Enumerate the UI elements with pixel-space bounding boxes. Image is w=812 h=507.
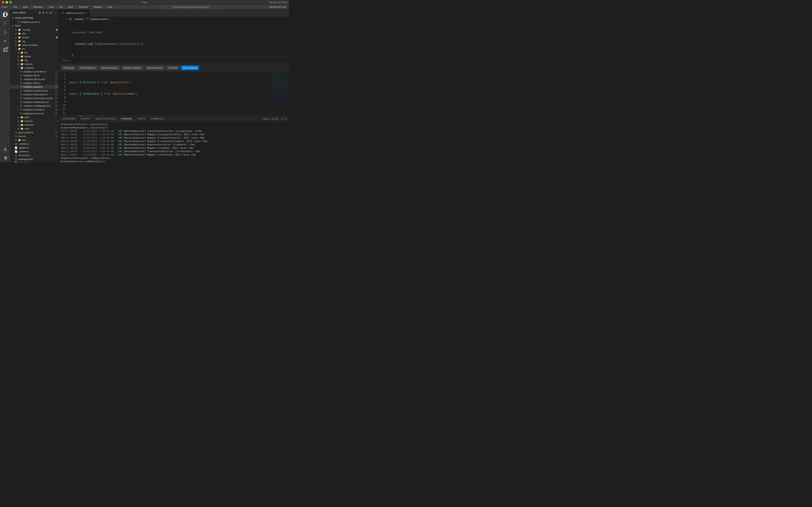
tree-item-global[interactable]: ▶ 📁 global xyxy=(10,55,59,58)
tree-singleton-middleware[interactable]: TS singleton.middleware.ts U xyxy=(10,100,59,104)
tree-item-log-src[interactable]: ▶ 📁 log xyxy=(10,58,59,62)
menu-selection[interactable]: Selection xyxy=(32,5,44,9)
tree-item-test[interactable]: ▶ 📁 test xyxy=(10,138,59,142)
activity-explorer[interactable] xyxy=(1,10,9,18)
tree-singleton-guard[interactable]: TS singleton.guard.ts U xyxy=(10,85,59,89)
tree-dc-ssl[interactable]: {} dc-ssl.json xyxy=(10,153,59,157)
tab-problems[interactable]: PROBLEMS xyxy=(60,117,78,121)
breadcrumb-src[interactable]: src xyxy=(69,18,72,20)
sidebar-new-folder[interactable]: ⊕ xyxy=(42,11,45,14)
terminal-trash-btn[interactable]: 🗑 xyxy=(275,117,278,120)
close-btn[interactable] xyxy=(2,1,4,4)
tree-singleton-middleware-json[interactable]: {} singleton.middleware.ts.j... U xyxy=(10,104,59,108)
tab-close-btn[interactable]: ✕ xyxy=(85,11,87,14)
code-lines[interactable]: import { Reflector } from '@nestjs/core'… xyxy=(67,72,272,116)
tree-singleton-interceptor[interactable]: TS singleton.interceptor.ts U xyxy=(10,93,59,96)
tab-singleton-guard[interactable]: TS singleton.guard.ts ✕ xyxy=(59,9,90,16)
tree-app-module[interactable]: TS app.module.ts U xyxy=(10,130,59,134)
menu-help[interactable]: Help xyxy=(107,5,114,9)
sidebar-collapse[interactable]: ⊟ xyxy=(49,11,52,14)
open-editor-singleton-guard[interactable]: TS singleton.guard.ts xyxy=(10,20,59,24)
tree-item-transient[interactable]: ▶ 📁 transient xyxy=(10,123,59,127)
breadcrumb-singleton[interactable]: singleton xyxy=(74,18,84,20)
sidebar-new-file[interactable]: ⊕ xyxy=(39,11,41,14)
test-section[interactable]: ▼ TEST xyxy=(10,24,59,28)
upper-code-lines[interactable]: assistant (1461.004/ console.log(`Single… xyxy=(67,21,289,57)
tree-item-log[interactable]: ▶ 📁 log xyxy=(10,39,59,43)
tab-debug-console[interactable]: DEBUG CONSOLE xyxy=(93,117,117,121)
terminal-line: SingletonInterceptor::onModuleInit() xyxy=(60,157,287,160)
tree-package-json[interactable]: {} package.json xyxy=(10,157,59,161)
file-icon: 📄 xyxy=(14,161,18,162)
tree-singleton-interceptor-json[interactable]: {} singleton.interceptor.ts.json U xyxy=(10,96,59,100)
tab-terminal[interactable]: TERMINAL xyxy=(118,117,135,121)
tree-singleton-module[interactable]: TS singleton.module.ts U xyxy=(10,108,59,112)
menu-edit[interactable]: Edit xyxy=(22,5,29,9)
terminal-max-btn[interactable]: ∧ xyxy=(282,117,284,120)
tree-item-drawio[interactable]: ▶ 📁 drawio xyxy=(10,36,59,39)
tree-singleton-guard-json[interactable]: {} singleton.guard.ts.json U xyxy=(10,89,59,93)
tree-item-src[interactable]: ▼ 📁 src xyxy=(10,47,59,51)
tree-singleton-dto[interactable]: TS singleton.dto.ts U xyxy=(10,73,59,77)
tree-item-singleton[interactable]: ▼ 📁 singleton xyxy=(10,66,59,70)
activity-extensions[interactable]: 60 xyxy=(1,46,9,54)
activity-run[interactable] xyxy=(1,37,9,45)
menu-window[interactable]: Window xyxy=(92,5,103,9)
tree-singleton-dto-json[interactable]: {} singleton.dto.ts.json U xyxy=(10,77,59,81)
tree-eslintrc[interactable]: JS .eslintrc.js xyxy=(10,142,59,146)
find-bugs-button[interactable]: Find bugs xyxy=(61,65,76,70)
tree-prettierrc[interactable]: 📄 .prettierrc xyxy=(10,150,59,153)
direct-asking-button[interactable]: Direct asking xyxy=(181,65,199,70)
another-enhance-button[interactable]: Another enhance xyxy=(121,65,144,70)
menu-file[interactable]: File xyxy=(12,5,18,9)
ts-icon: TS xyxy=(19,81,23,85)
speed-enhance-button[interactable]: Speed enhance xyxy=(99,65,120,70)
activity-accounts[interactable] xyxy=(1,145,9,153)
terminal-split-btn[interactable]: ⊟ xyxy=(272,117,274,120)
menu-view[interactable]: View xyxy=(47,5,55,9)
search-bar[interactable]: [Extension Development Host] test xyxy=(161,5,220,9)
terminal-close-btn[interactable]: ✕ xyxy=(285,117,287,120)
tree-singleton-controller[interactable]: TS singleton.controller.ts U xyxy=(10,70,59,73)
nav-back[interactable]: ‹ xyxy=(62,17,64,21)
tree-item-vscode[interactable]: ▶ 📁 .vscode xyxy=(10,28,59,32)
tab-comments[interactable]: COMMENTS xyxy=(148,117,166,121)
find-weakness-button[interactable]: Find weakness xyxy=(78,65,98,70)
tree-gitignore[interactable]: 📄 .gitignore xyxy=(10,146,59,150)
tree-main-ts[interactable]: TS main.ts U xyxy=(10,134,59,138)
breadcrumb-file[interactable]: singleton.guard.ts xyxy=(90,18,108,20)
tree-readme[interactable]: 📄 README.md xyxy=(10,161,59,162)
tree-item-user[interactable]: ▶ 📁 user xyxy=(10,127,59,130)
maximize-btn[interactable] xyxy=(9,1,12,4)
menu-run[interactable]: Run xyxy=(67,5,74,9)
terminal-add-btn[interactable]: + xyxy=(270,117,271,120)
activity-settings[interactable] xyxy=(1,154,9,162)
activity-search[interactable] xyxy=(1,19,9,27)
terminal-content[interactable]: AllExceptionsFilter::constructor() Singl… xyxy=(59,122,289,162)
sidebar-refresh[interactable]: ↻ xyxy=(46,11,48,14)
log-arrow: ▶ xyxy=(14,40,18,43)
tree-item-fifo[interactable]: ▶ 📁 fifo xyxy=(10,51,59,55)
minimize-btn[interactable] xyxy=(5,1,8,4)
nav-forward[interactable]: › xyxy=(64,17,67,21)
breadcrumb-more[interactable]: ... xyxy=(111,18,113,20)
readme-label: README.md xyxy=(18,162,58,162)
terminal-more-btn[interactable]: ··· xyxy=(279,117,281,120)
tree-item-node-modules[interactable]: ▶ 📁 node_modules xyxy=(10,43,59,47)
tree-item-dist[interactable]: ▶ 📁 dist xyxy=(10,32,59,36)
tree-item-task[interactable]: ▶ 📁 task xyxy=(10,115,59,119)
add-comments-button[interactable]: Add comments xyxy=(145,65,165,70)
terminal-button[interactable]: Terminal xyxy=(166,65,180,70)
tab-ports[interactable]: PORTS xyxy=(135,117,148,121)
tree-item-request[interactable]: ▶ 📁 request xyxy=(10,62,59,66)
activity-source-control[interactable] xyxy=(1,28,9,36)
tree-singleton-filter[interactable]: TS singleton.filter.ts U xyxy=(10,81,59,85)
tree-singleton-service[interactable]: TS singleton.service.ts U xyxy=(10,112,59,115)
menu-go[interactable]: Go xyxy=(58,5,64,9)
singleton-interceptor-json-badge: U xyxy=(55,97,58,100)
menu-terminal[interactable]: Terminal xyxy=(78,5,89,9)
tab-output[interactable]: OUTPUT xyxy=(79,117,92,121)
tree-item-timeout[interactable]: ▶ 📁 timeout xyxy=(10,119,59,123)
sidebar-more[interactable]: ··· xyxy=(53,11,56,14)
open-editors-section[interactable]: ▼ OPEN EDITORS xyxy=(10,16,59,20)
